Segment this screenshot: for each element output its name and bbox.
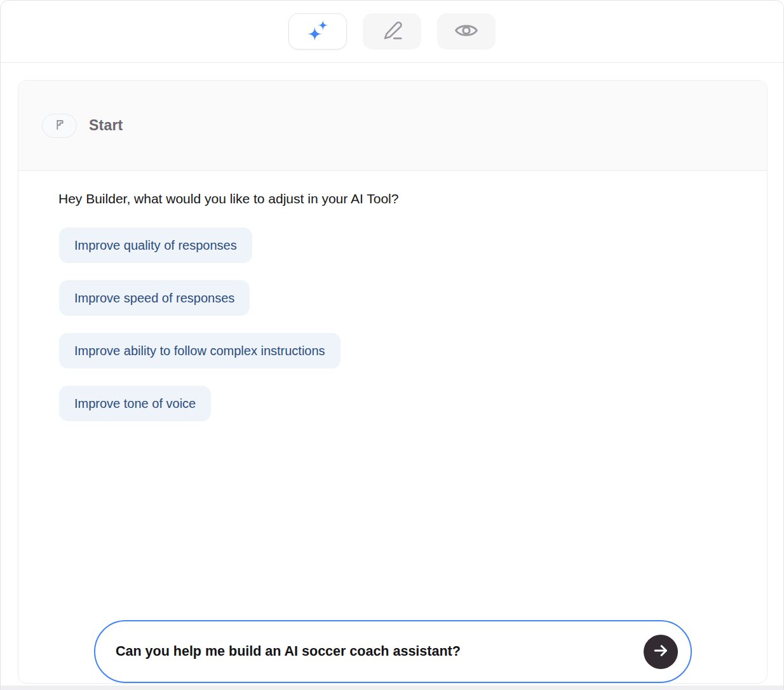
flag-icon	[53, 118, 67, 134]
message-composer	[94, 620, 692, 683]
assistant-message: Hey Builder, what would you like to adju…	[58, 190, 398, 208]
bottom-edge-strip	[1, 686, 783, 690]
arrow-right-icon	[652, 642, 670, 661]
start-node-badge[interactable]	[42, 114, 77, 138]
card-title: Start	[89, 117, 123, 134]
suggestion-chip-speed[interactable]: Improve speed of responses	[59, 280, 250, 316]
start-flow-card: Start Hey Builder, what would you like t…	[18, 80, 767, 684]
eye-icon	[452, 17, 480, 46]
suggestion-chip-tone[interactable]: Improve tone of voice	[59, 386, 211, 421]
top-toolbar	[1, 1, 783, 63]
card-header: Start	[18, 81, 767, 171]
suggestion-chip-instructions[interactable]: Improve ability to follow complex instru…	[59, 333, 341, 369]
suggestion-chip-quality[interactable]: Improve quality of responses	[59, 227, 252, 263]
message-input[interactable]	[116, 644, 644, 660]
suggestion-list: Improve quality of responses Improve spe…	[59, 227, 341, 421]
edit-tab[interactable]	[363, 13, 421, 50]
app-window: Start Hey Builder, what would you like t…	[0, 0, 784, 690]
ai-assist-tab[interactable]	[288, 13, 347, 50]
preview-tab[interactable]	[437, 13, 496, 50]
pencil-icon	[378, 17, 406, 46]
sparkles-icon	[304, 17, 332, 46]
send-button[interactable]	[644, 635, 678, 669]
